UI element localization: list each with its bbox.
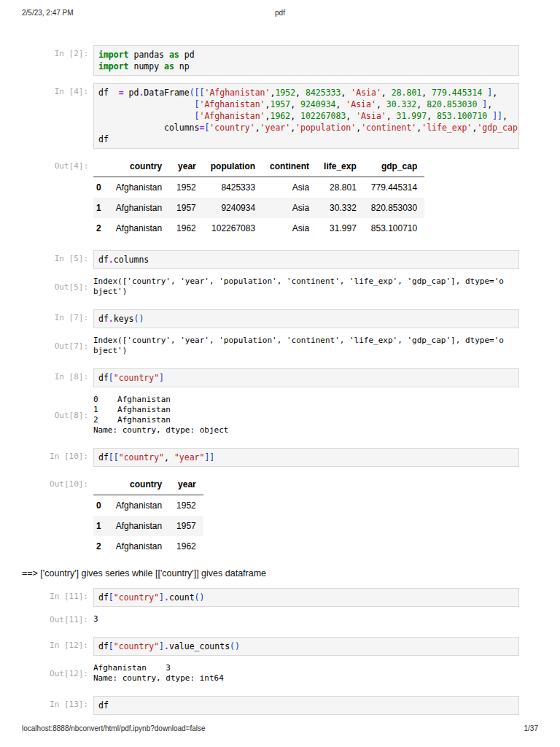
code-token: , (341, 88, 351, 98)
code-token: , (290, 111, 300, 121)
code-token: 820.853030 (427, 99, 477, 109)
code-token: columns (114, 255, 149, 265)
code-content: df[["country", "year"]] (98, 452, 514, 463)
code-token: pd (124, 88, 139, 98)
code-token: pd (179, 50, 195, 60)
table-row: 2Afghanistan1962 (93, 536, 203, 557)
table-cell: 1 (93, 198, 109, 218)
code-token: ] (159, 592, 164, 603)
code-token: df (98, 452, 109, 462)
output-cell: Out[12]:Afghanistan 3 Name: country, dty… (22, 663, 519, 684)
code-token: . (164, 641, 169, 651)
code-token: 'year' (260, 123, 291, 133)
code-token: 28.801 (392, 88, 422, 98)
cell-prompt: In [10]: (22, 448, 93, 461)
code-token: df (98, 88, 119, 98)
table-body: 0Afghanistan19528425333Asia28.801779.445… (93, 177, 424, 239)
code-token: 'Afghanistan' (200, 99, 265, 109)
code-token: , (335, 99, 346, 109)
code-token (98, 99, 195, 109)
table-cell: 820.853030 (364, 198, 424, 218)
code-token: "country" (119, 452, 164, 462)
code-token: ([[ (190, 88, 205, 98)
code-token: 1957 (270, 99, 290, 109)
code-token: np (174, 61, 190, 71)
table-cell: 9240934 (203, 198, 262, 218)
code-token: 30.332 (386, 99, 417, 109)
table-cell: 1962 (169, 218, 203, 239)
code-token: ]] (204, 452, 214, 462)
table-head: countryyearpopulationcontinentlife_expgd… (93, 156, 424, 177)
cell-prompt: Out[7]: (22, 341, 93, 351)
table-head: countryyear (93, 474, 203, 495)
cell-prompt: In [2]: (22, 45, 93, 58)
code-token: , (290, 99, 300, 109)
code-token: 'Afghanistan' (204, 88, 270, 98)
code-token: pandas (129, 50, 169, 60)
code-cell: In [5]:df.columns (22, 250, 519, 269)
output-text: Afghanistan 3 Name: country, dtype: int6… (93, 663, 519, 684)
table-cell: Afghanistan (109, 495, 169, 516)
cell-prompt: Out[11]: (22, 615, 93, 624)
code-token: , (492, 88, 497, 98)
code-token: columns (98, 123, 199, 133)
output-text: Index(['country', 'year', 'population', … (93, 276, 519, 297)
code-token: 'life_exp' (421, 123, 472, 133)
table-body: 0Afghanistan19521Afghanistan19572Afghani… (93, 495, 203, 557)
code-token: , (376, 99, 386, 109)
output-text: 0 Afghanistan 1 Afghanistan 2 Afghanista… (93, 395, 519, 436)
code-token: 'Asia' (351, 88, 381, 98)
code-cell: In [2]:import pandas as pd import numpy … (22, 45, 519, 76)
table-row: 0Afghanistan1952 (93, 495, 203, 516)
table-row: 1Afghanistan1957 (93, 516, 203, 536)
code-token: 779.445314 (432, 88, 482, 98)
code-token: , (487, 99, 492, 109)
code-box: df["country"].count() (93, 588, 519, 607)
code-box: df.keys() (93, 309, 519, 328)
output-cell: Out[11]:3 (22, 614, 519, 624)
code-token: . (109, 255, 114, 265)
cell-prompt: Out[8]: (22, 411, 93, 420)
code-token: , (502, 111, 508, 121)
cell-prompt: In [5]: (22, 250, 93, 263)
table-header-cell: gdp_cap (364, 156, 424, 177)
code-token: 'country' (209, 123, 254, 133)
code-token: df (98, 314, 109, 324)
dataframe-table: countryyear0Afghanistan19521Afghanistan1… (93, 474, 203, 557)
page-title: pdf (22, 9, 538, 17)
code-token: , (346, 111, 356, 121)
code-token: value_counts (169, 641, 230, 651)
code-box: df = pd.DataFrame([['Afghanistan',1952, … (93, 83, 519, 149)
table-header-cell: country (109, 474, 169, 495)
code-token: [ (195, 99, 200, 109)
code-content: df = pd.DataFrame([['Afghanistan',1952, … (98, 87, 514, 145)
code-token: keys (114, 314, 134, 324)
code-cell: In [11]:df["country"].count() (22, 588, 519, 607)
code-content: df.keys() (98, 313, 514, 325)
table-header-cell (93, 474, 109, 495)
code-token: 'Asia' (346, 99, 376, 109)
table-header-cell: year (169, 474, 203, 495)
code-box: df["country"] (93, 368, 519, 387)
code-token: df (98, 373, 109, 383)
output-table-wrap: countryyear0Afghanistan19521Afghanistan1… (93, 474, 203, 557)
code-cell: In [13]:df (22, 696, 519, 715)
table-cell: Asia (262, 198, 316, 218)
table-header-row: countryyearpopulationcontinentlife_expgd… (93, 156, 424, 177)
code-token: , (164, 452, 174, 462)
code-token: DataFrame (144, 88, 189, 98)
table-cell: Afghanistan (109, 198, 169, 218)
table-cell: Asia (262, 177, 316, 198)
code-token: 'population' (295, 123, 356, 133)
code-token: [ (195, 111, 200, 121)
code-token: count (169, 592, 195, 603)
code-token: . (109, 314, 114, 324)
notebook: In [2]:import pandas as pd import numpy … (22, 45, 519, 722)
table-header-cell: country (109, 156, 169, 177)
markdown-note: ==> ['country'] gives series while [['co… (22, 568, 519, 578)
code-token: 'continent' (361, 123, 416, 133)
table-cell: 1952 (169, 177, 203, 198)
table-cell: 779.445314 (364, 177, 424, 198)
table-cell: 2 (93, 218, 109, 239)
code-content: df["country"].value_counts() (98, 640, 514, 652)
